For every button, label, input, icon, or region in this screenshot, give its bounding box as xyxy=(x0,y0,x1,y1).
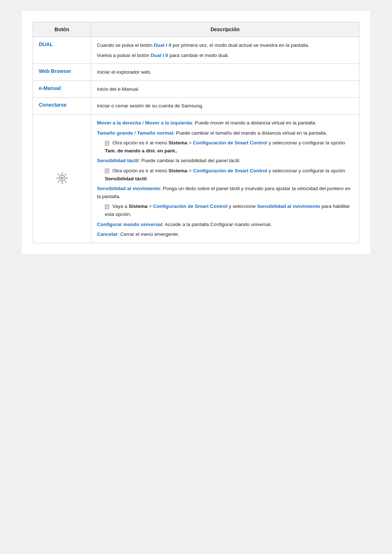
webbrowser-desc-p1: Iniciar el explorador web. xyxy=(97,68,353,76)
description-cell-settings: Mover a la derecha / Mover a la izquierd… xyxy=(91,114,359,243)
settings-desc-p2: Tamaño grande / Tamaño normal: Puede cam… xyxy=(97,129,353,137)
emanual-description: Inicio del e-Manual. xyxy=(97,85,353,93)
webbrowser-description: Iniciar el explorador web. xyxy=(97,68,353,76)
sensibilidad-movimiento-label: Sensibilidad al movimiento xyxy=(97,186,160,191)
configurar-mando-label: Configurar mando universal xyxy=(97,222,162,227)
dual-desc-p1: Cuando se pulsa el botón Dual I II por p… xyxy=(97,41,353,49)
header-description: Descripción xyxy=(91,22,359,37)
svg-line-5 xyxy=(58,174,59,175)
header-button-label: Botón xyxy=(54,26,69,32)
settings-description: Mover a la derecha / Mover a la izquierd… xyxy=(97,119,353,238)
description-cell-webbrowser: Iniciar el explorador web. xyxy=(91,64,359,81)
tamano-grande-label: Tamaño grande xyxy=(97,130,133,136)
dual-bold-2: Dual I II xyxy=(151,53,168,58)
emanual-desc-p1: Inicio del e-Manual. xyxy=(97,85,353,93)
config-smart-control-label-2: Configuración de Smart Control xyxy=(193,168,268,173)
emanual-button-label: e-Manual xyxy=(39,85,61,91)
sistema-label-2: Sistema xyxy=(168,168,187,173)
table-row: Web Browser Iniciar el explorador web. xyxy=(33,64,359,81)
svg-point-9 xyxy=(61,177,64,180)
dual-bold-1: Dual I II xyxy=(154,42,171,48)
config-smart-control-label-1: Configuración de Smart Control xyxy=(193,140,268,145)
cancelar-label: Cancelar xyxy=(97,231,118,237)
settings-desc-p4: Sensibilidad táctil: Puede cambiar la se… xyxy=(97,157,353,165)
button-cell-emanual: e-Manual xyxy=(33,81,91,98)
description-cell-emanual: Inicio del e-Manual. xyxy=(91,81,359,98)
settings-icon xyxy=(54,170,70,186)
svg-line-6 xyxy=(65,181,66,182)
dual-description: Cuando se pulsa el botón Dual I II por p… xyxy=(97,41,353,59)
note-icon-1 xyxy=(105,141,110,146)
svg-line-7 xyxy=(65,174,66,175)
note-icon-3 xyxy=(105,204,110,209)
dual-button-label: DUAL xyxy=(39,41,53,47)
settings-desc-p5: Otra opción es ir al menú Sistema > Conf… xyxy=(105,167,353,182)
settings-desc-p6: Sensibilidad al movimiento: Ponga un ded… xyxy=(97,185,353,200)
button-cell-webbrowser: Web Browser xyxy=(33,64,91,81)
table-row: DUAL Cuando se pulsa el botón Dual I II … xyxy=(33,37,359,64)
main-table: Botón Descripción DUAL Cuando se pulsa e… xyxy=(33,22,359,243)
conectarse-desc-p1: Iniciar o cerrar sesión de su cuenta de … xyxy=(97,102,353,110)
button-cell-conectarse: Conectarse xyxy=(33,98,91,115)
config-smart-control-label-3: Configuración de Smart Control xyxy=(153,204,228,209)
tam-mando-label: Tam. de mando a dist. en pant.. xyxy=(105,148,177,153)
header-description-label: Descripción xyxy=(211,26,240,32)
header-button: Botón xyxy=(33,22,91,37)
mover-izquierda-label: Mover a la izquierda xyxy=(145,120,192,126)
settings-desc-p7: Vaya a Sistema > Configuración de Smart … xyxy=(105,202,353,218)
note-icon-2 xyxy=(105,168,110,173)
sensibilidad-movimiento-link: Sensibilidad al movimiento xyxy=(257,204,320,209)
webbrowser-button-label: Web Browser xyxy=(39,68,71,74)
sensibilidad-tactil-config-label: Sensibilidad táctil xyxy=(105,176,147,181)
conectarse-description: Iniciar o cerrar sesión de su cuenta de … xyxy=(97,102,353,110)
sistema-label-1: Sistema xyxy=(168,140,187,145)
button-cell-dual: DUAL xyxy=(33,37,91,64)
settings-desc-p1: Mover a la derecha / Mover a la izquierd… xyxy=(97,119,353,127)
mover-derecha-label: Mover a la derecha xyxy=(97,120,141,126)
description-cell-conectarse: Iniciar o cerrar sesión de su cuenta de … xyxy=(91,98,359,115)
sistema-label-3: Sistema xyxy=(129,204,148,209)
table-row: Conectarse Iniciar o cerrar sesión de su… xyxy=(33,98,359,115)
dual-desc-p2: Vuelva a pulsar el botón Dual I II para … xyxy=(97,52,353,59)
svg-line-8 xyxy=(58,181,59,182)
description-cell-dual: Cuando se pulsa el botón Dual I II por p… xyxy=(91,37,359,64)
table-row: e-Manual Inicio del e-Manual. xyxy=(33,81,359,98)
settings-desc-p9: Cancelar: Cerrar el menú emergente. xyxy=(97,230,353,238)
tamano-normal-label: Tamaño normal xyxy=(137,130,173,136)
settings-desc-p3: Otra opción es ir al menú Sistema > Conf… xyxy=(105,139,353,155)
settings-desc-p8: Configurar mando universal: Accede a la … xyxy=(97,221,353,229)
table-row: Mover a la derecha / Mover a la izquierd… xyxy=(33,114,359,243)
page-container: Botón Descripción DUAL Cuando se pulsa e… xyxy=(22,11,370,254)
conectarse-button-label: Conectarse xyxy=(39,102,66,108)
button-cell-settings xyxy=(33,114,91,243)
sensibilidad-tactil-label: Sensibilidad táctil xyxy=(97,158,139,163)
